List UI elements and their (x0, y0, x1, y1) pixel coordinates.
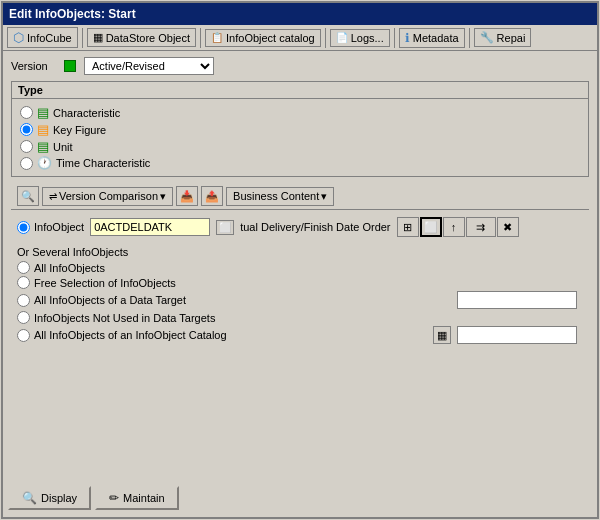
type-characteristic-label: Characteristic (53, 107, 120, 119)
datatarget-row: All InfoObjects of a Data Target (17, 291, 583, 309)
key-tree-icon: ▤ (37, 122, 49, 137)
compare-icon2: ⇌ (49, 191, 57, 202)
free-selection-row: Free Selection of InfoObjects (17, 276, 583, 289)
infoobject-suffix-label: tual Delivery/Finish Date Order (240, 221, 390, 233)
version-label: Version (11, 60, 56, 72)
compare-icon1: 🔍 (21, 190, 35, 203)
toolbar-logs[interactable]: 📄 Logs... (330, 29, 390, 47)
repair-icon: 🔧 (480, 31, 494, 44)
version-row: Version Active/Revised Active Revised (11, 57, 589, 75)
catalog-radio[interactable] (17, 329, 30, 342)
datatarget-input[interactable] (457, 291, 577, 309)
type-keyfigure-radio[interactable] (20, 123, 33, 136)
version-indicator (64, 60, 76, 72)
catalog-select-icon[interactable]: ▦ (433, 326, 451, 344)
type-keyfigure-label: Key Figure (53, 124, 106, 136)
arrow-up-icon-btn[interactable]: ↑ (443, 217, 465, 237)
copy-icon-btn[interactable]: ⬜ (420, 217, 442, 237)
notused-radio[interactable] (17, 311, 30, 324)
separator1 (82, 28, 83, 48)
business-content-btn[interactable]: Business Content ▾ (226, 187, 334, 206)
type-keyfigure-row: ▤ Key Figure (20, 122, 580, 137)
infoobject-row: InfoObject ⬜ tual Delivery/Finish Date O… (11, 214, 589, 240)
notused-row: InfoObjects Not Used in Data Targets (17, 311, 583, 324)
toolbar2-icon1[interactable]: 🔍 (17, 186, 39, 206)
several-section: Or Several InfoObjects All InfoObjects F… (11, 244, 589, 348)
window-title: Edit InfoObjects: Start (9, 7, 136, 21)
toolbar-infocube[interactable]: ⬡ InfoCube (7, 27, 78, 48)
unit-tree-icon: ▤ (37, 139, 49, 154)
all-infoobjects-label: All InfoObjects (34, 262, 105, 274)
separator2 (200, 28, 201, 48)
infoobject-icon-group: ⊞ ⬜ ↑ ⇉ ✖ (397, 217, 519, 237)
version-comparison-btn[interactable]: ⇌ Version Comparison ▾ (42, 187, 173, 206)
dropdown-arrow1: ▾ (160, 190, 166, 203)
content-area: Version Active/Revised Active Revised Ty… (3, 51, 597, 354)
bottom-toolbar: 🔍 Display ✏ Maintain (8, 486, 179, 510)
toolbar-datastore[interactable]: ▦ DataStore Object (87, 28, 196, 47)
datatarget-label: All InfoObjects of a Data Target (34, 294, 186, 306)
logs-icon: 📄 (336, 32, 348, 43)
several-title: Or Several InfoObjects (17, 246, 583, 258)
separator3 (325, 28, 326, 48)
infoobject-label: InfoObject (34, 221, 84, 233)
catalog-input[interactable] (457, 326, 577, 344)
type-group-box: Type ▤ Characteristic ▤ Key Figure ▤ Uni… (11, 81, 589, 177)
arrow-right-icon-btn[interactable]: ⇉ (466, 217, 496, 237)
char-tree-icon: ▤ (37, 105, 49, 120)
separator5 (469, 28, 470, 48)
catalog-icon: 📋 (211, 32, 223, 43)
type-timechar-label: Time Characteristic (56, 157, 150, 169)
infoobject-suffix-icon: ⬜ (216, 220, 234, 235)
main-toolbar: ⬡ InfoCube ▦ DataStore Object 📋 InfoObje… (3, 25, 597, 51)
type-characteristic-radio[interactable] (20, 106, 33, 119)
transfer-icon: 📥 (180, 190, 194, 203)
export-icon: 📤 (205, 190, 219, 203)
type-unit-radio[interactable] (20, 140, 33, 153)
dropdown-arrow2: ▾ (321, 190, 327, 203)
notused-label: InfoObjects Not Used in Data Targets (34, 312, 215, 324)
cube-icon: ⬡ (13, 30, 24, 45)
secondary-toolbar: 🔍 ⇌ Version Comparison ▾ 📥 📤 Business Co… (11, 183, 589, 210)
toolbar2-icon2[interactable]: 📥 (176, 186, 198, 206)
store-icon: ▦ (93, 31, 103, 44)
type-timechar-radio[interactable] (20, 157, 33, 170)
free-selection-label: Free Selection of InfoObjects (34, 277, 176, 289)
delete-icon-btn[interactable]: ✖ (497, 217, 519, 237)
infoobject-radio-group: InfoObject (17, 221, 84, 234)
type-group-title: Type (12, 82, 588, 99)
display-button[interactable]: 🔍 Display (8, 486, 91, 510)
type-unit-row: ▤ Unit (20, 139, 580, 154)
datatarget-radio[interactable] (17, 294, 30, 307)
toolbar-metadata[interactable]: ℹ Metadata (399, 28, 465, 48)
infoobject-radio[interactable] (17, 221, 30, 234)
grid-icon-btn[interactable]: ⊞ (397, 217, 419, 237)
type-group-content: ▤ Characteristic ▤ Key Figure ▤ Unit 🕐 T… (12, 99, 588, 176)
type-unit-label: Unit (53, 141, 73, 153)
free-selection-radio[interactable] (17, 276, 30, 289)
type-characteristic-row: ▤ Characteristic (20, 105, 580, 120)
separator4 (394, 28, 395, 48)
type-timechar-row: 🕐 Time Characteristic (20, 156, 580, 170)
maintain-icon: ✏ (109, 491, 119, 505)
infoobject-input[interactable] (90, 218, 210, 236)
toolbar-catalog[interactable]: 📋 InfoObject catalog (205, 29, 321, 47)
all-infoobjects-radio[interactable] (17, 261, 30, 274)
all-infoobjects-row: All InfoObjects (17, 261, 583, 274)
meta-icon: ℹ (405, 31, 410, 45)
maintain-button[interactable]: ✏ Maintain (95, 486, 179, 510)
toolbar2-icon3[interactable]: 📤 (201, 186, 223, 206)
display-icon: 🔍 (22, 491, 37, 505)
time-icon: 🕐 (37, 156, 52, 170)
catalog-label: All InfoObjects of an InfoObject Catalog (34, 329, 227, 341)
catalog-row: All InfoObjects of an InfoObject Catalog… (17, 326, 583, 344)
toolbar-repair[interactable]: 🔧 Repai (474, 28, 532, 47)
version-select[interactable]: Active/Revised Active Revised (84, 57, 214, 75)
